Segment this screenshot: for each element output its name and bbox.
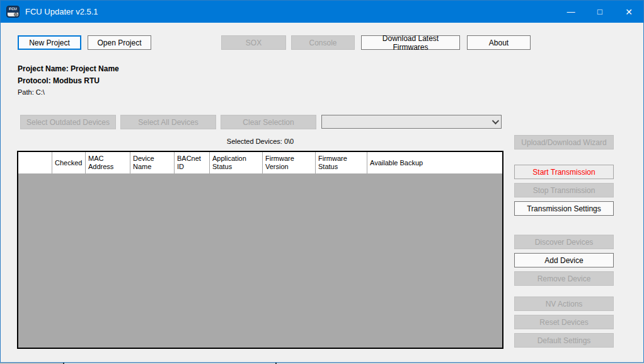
stop-transmission-button: Stop Transmission [514,183,614,197]
column-header-device-name[interactable]: Device Name [130,152,175,173]
transmission-settings-button[interactable]: Transmission Settings [514,201,614,216]
path-text: Path: C:\ [18,88,45,96]
default-settings-button: Default Settings [514,333,614,348]
minimize-button[interactable]: — [556,1,585,23]
close-icon: ✕ [625,7,633,17]
app-icon-label: FCU [7,7,19,11]
chevron-down-icon [492,117,499,124]
column-header-bacnet-id[interactable]: BACnet ID [175,152,210,173]
close-button[interactable]: ✕ [614,1,643,23]
table-body-empty [18,173,502,348]
start-transmission-button[interactable]: Start Transmission [514,165,614,179]
select-all-devices-button: Select All Devices [120,115,216,129]
upload-download-wizard-button: Upload/Download Wizard [514,135,614,150]
download-latest-firmwares-button[interactable]: Download Latest Firmwares [361,35,460,50]
about-button[interactable]: About [467,35,531,50]
reset-devices-button: Reset Devices [514,315,614,329]
minimize-icon: — [567,7,575,16]
device-filter-dropdown[interactable] [321,115,502,129]
column-header-firmware-version[interactable]: Firmware Version [263,152,316,173]
caption-buttons: — □ ✕ [556,1,643,23]
app-icon-gear [8,13,18,16]
column-header-row-selector[interactable] [18,152,52,173]
remove-device-button: Remove Device [514,271,614,286]
app-window: FCU FCU Updater v2.5.1 — □ ✕ New Project… [0,0,644,363]
nv-actions-button: NV Actions [514,296,614,311]
table-header: Checked MAC Address Device Name BACnet I… [18,152,502,173]
column-header-firmware-status[interactable]: Firmware Status [316,152,367,173]
open-project-button[interactable]: Open Project [88,35,151,50]
console-button: Console [291,35,355,50]
column-header-mac-address[interactable]: MAC Address [86,152,130,173]
select-outdated-devices-button: Select Outdated Devices [20,115,116,129]
column-header-checked[interactable]: Checked [52,152,86,173]
column-header-available-backup[interactable]: Available Backup [367,152,502,173]
column-header-application-status[interactable]: Application Status [210,152,263,173]
sox-button: SOX [221,35,286,50]
project-name-text: Project Name: Project Name [18,64,119,73]
app-icon: FCU [6,6,20,18]
add-device-button[interactable]: Add Device [514,253,614,267]
clear-selection-button: Clear Selection [221,115,316,129]
new-project-button[interactable]: New Project [18,35,81,50]
maximize-button[interactable]: □ [585,1,614,23]
selected-devices-label: Selected Devices: 0\0 [17,138,503,145]
window-title: FCU Updater v2.5.1 [25,7,98,16]
maximize-icon: □ [597,7,602,16]
discover-devices-button: Discover Devices [514,235,614,249]
protocol-text: Protocol: Modbus RTU [18,76,100,85]
titlebar: FCU FCU Updater v2.5.1 — □ ✕ [1,1,643,23]
devices-table: Checked MAC Address Device Name BACnet I… [17,151,503,349]
